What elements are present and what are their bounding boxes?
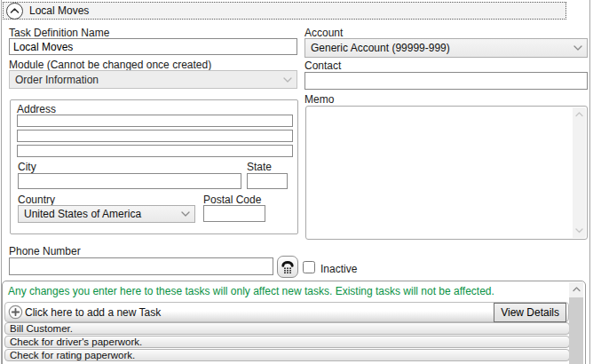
account-combobox-value: Generic Account (99999-999) [311, 42, 450, 54]
task-list-scrollbar[interactable] [569, 282, 583, 364]
contact-label: Contact [304, 59, 341, 72]
scroll-up-icon[interactable] [569, 282, 583, 297]
country-combobox[interactable]: United States of America [18, 205, 195, 223]
country-combobox-value: United States of America [24, 208, 141, 220]
chevron-down-icon [181, 211, 190, 217]
task-list-panel: Any changes you enter here to these task… [2, 281, 586, 364]
module-label: Module (Cannot be changed once created) [9, 59, 211, 71]
address-label: Address [17, 103, 56, 115]
inactive-checkbox[interactable] [303, 261, 315, 273]
memo-scrollbar [573, 107, 586, 238]
postal-code-input[interactable] [203, 205, 265, 222]
scroll-down-icon [573, 225, 586, 237]
task-row[interactable]: Check for rating paperwork. [4, 349, 570, 361]
telephone-keypad-icon [281, 259, 295, 274]
chevron-down-icon [283, 77, 292, 83]
address-line3-input[interactable] [17, 145, 293, 157]
module-combobox: Order Information [9, 70, 297, 89]
city-label: City [18, 161, 36, 173]
collapse-toggle-button[interactable] [6, 3, 23, 20]
state-input[interactable] [247, 173, 288, 189]
add-new-task-label: Click here to add a new Task [25, 306, 161, 319]
phone-number-input[interactable] [9, 257, 273, 275]
chevron-down-icon [573, 45, 582, 51]
address-line1-input[interactable] [17, 115, 293, 127]
window-right-border [589, 0, 590, 364]
dial-phone-button[interactable] [277, 256, 298, 278]
plus-circle-icon [8, 305, 23, 320]
task-row[interactable]: Bill Customer. [4, 322, 570, 335]
country-label: Country [18, 194, 55, 206]
state-label: State [247, 161, 272, 173]
task-definition-name-input[interactable] [9, 38, 297, 55]
scroll-up-icon [573, 108, 586, 121]
local-moves-form: Local Moves Task Definition Name Account… [0, 0, 601, 364]
expander-header[interactable]: Local Moves [3, 2, 566, 20]
inactive-label: Inactive [320, 263, 357, 275]
expander-title: Local Moves [29, 4, 89, 17]
memo-textarea[interactable] [305, 106, 588, 240]
memo-label: Memo [304, 93, 334, 106]
account-combobox[interactable]: Generic Account (99999-999) [304, 38, 588, 58]
module-combobox-value: Order Information [15, 74, 99, 86]
chevron-up-icon [10, 7, 20, 14]
city-input[interactable] [18, 173, 241, 189]
scrollbar-thumb[interactable] [569, 297, 583, 364]
address-groupbox: Address City State Country United States… [10, 99, 298, 234]
task-row[interactable]: Check for driver's paperwork. [4, 336, 570, 348]
view-details-button[interactable]: View Details [494, 303, 566, 322]
task-definition-name-label: Task Definition Name [9, 27, 109, 39]
contact-input[interactable] [304, 72, 588, 90]
postal-code-label: Postal Code [203, 194, 261, 206]
address-line2-input[interactable] [17, 130, 293, 142]
account-label: Account [304, 27, 343, 39]
phone-number-label: Phone Number [9, 245, 81, 257]
add-new-task-row[interactable]: Click here to add a new Task View Detail… [4, 302, 569, 322]
tasks-notice-text: Any changes you enter here to these task… [8, 285, 494, 297]
